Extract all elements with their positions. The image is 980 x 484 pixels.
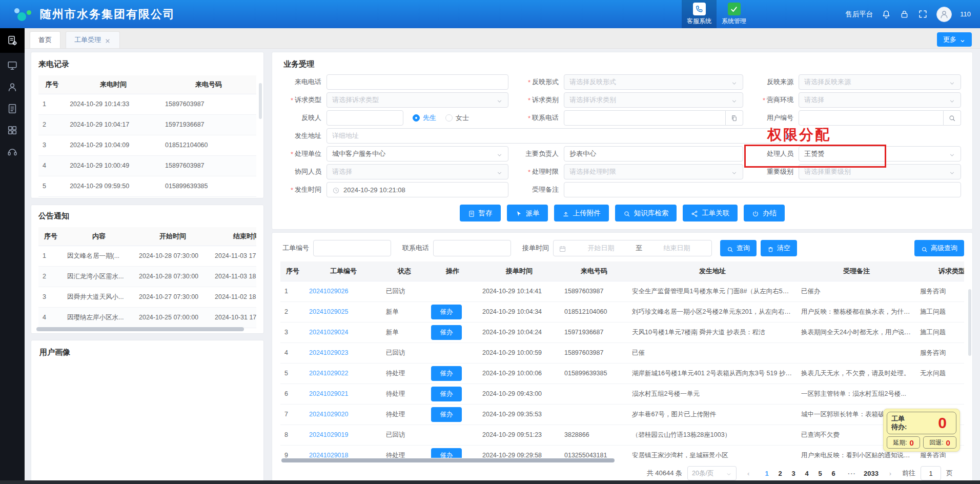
- order-id-link[interactable]: 20241029023: [309, 349, 348, 356]
- contacts-icon[interactable]: [7, 82, 18, 93]
- tab-home[interactable]: 首页: [30, 31, 60, 48]
- gender-male-radio[interactable]: 先生: [413, 113, 436, 123]
- 派单-button[interactable]: 派单: [507, 205, 548, 221]
- order-no-input[interactable]: [313, 240, 391, 256]
- reporter-input[interactable]: [326, 110, 403, 126]
- appeal-category-select[interactable]: 请选择诉求类别: [564, 92, 743, 108]
- per-page-select[interactable]: 20条/页: [687, 466, 737, 480]
- order-id-link[interactable]: 20241029021: [309, 390, 348, 397]
- worklist-icon[interactable]: [7, 103, 18, 114]
- 上传附件-button[interactable]: 上传附件: [554, 205, 609, 221]
- order-id-link[interactable]: 20241029022: [309, 370, 348, 377]
- lock-icon[interactable]: [900, 9, 910, 19]
- urge-button[interactable]: 催办: [431, 407, 462, 422]
- h-scrollbar-thumb[interactable]: [36, 327, 244, 331]
- reflect-form-select[interactable]: 请选择反映形式: [564, 74, 743, 90]
- bell-icon[interactable]: [881, 9, 891, 19]
- co-worker-select[interactable]: 请选择: [326, 164, 508, 179]
- nav-customer-service[interactable]: 客服系统: [682, 0, 717, 28]
- reflect-source-select[interactable]: 请选择反映来源: [799, 74, 961, 90]
- menu-collapse-button[interactable]: [0, 28, 25, 53]
- urge-button[interactable]: 催办: [431, 387, 462, 401]
- gender-female-radio[interactable]: 女士: [445, 113, 469, 123]
- column-header: 操作: [427, 261, 478, 281]
- order-status: 待处理: [382, 445, 427, 458]
- announcement-row[interactable]: 2因汇龙湾小区需水...2024-10-28 07:30:002024-11-0…: [38, 266, 256, 287]
- call-number: 015899639385: [161, 176, 256, 196]
- urge-button[interactable]: 催办: [431, 448, 462, 458]
- clear-button[interactable]: 清空: [761, 240, 797, 256]
- 知识库检索-button[interactable]: 知识库检索: [615, 205, 677, 221]
- order-id-link[interactable]: 20241029018: [309, 452, 348, 458]
- occur-time-picker[interactable]: 2024-10-29 10:21:08: [326, 182, 508, 197]
- apps-icon[interactable]: [7, 125, 18, 136]
- copy-icon[interactable]: [726, 110, 743, 126]
- user-no-input[interactable]: [799, 110, 944, 126]
- aftersale-platform-link[interactable]: 售后平台: [845, 10, 873, 19]
- call-record-row[interactable]: 42024-10-29 10:00:4915897603987: [38, 155, 256, 176]
- scrollbar-thumb[interactable]: [259, 83, 262, 119]
- headset-icon[interactable]: [7, 146, 18, 157]
- h-scrollbar-thumb[interactable]: [281, 458, 615, 462]
- order-id-link[interactable]: 20241029026: [309, 288, 348, 295]
- goto-page-input[interactable]: 1: [921, 466, 941, 480]
- scrollbar-thumb[interactable]: [968, 289, 971, 356]
- page-button-5[interactable]: 5: [813, 466, 827, 480]
- fullscreen-icon[interactable]: [918, 9, 928, 19]
- advanced-query-button[interactable]: 高级查询: [914, 240, 964, 256]
- prev-page-button[interactable]: ‹: [742, 466, 755, 480]
- tab-work-order[interactable]: 工单受理: [66, 31, 120, 48]
- avatar[interactable]: [936, 7, 952, 22]
- page-button-3[interactable]: 3: [787, 466, 800, 480]
- business-env-select[interactable]: 请选择: [799, 92, 961, 108]
- page-button-1[interactable]: 1: [760, 466, 773, 480]
- 工单关联-button[interactable]: 工单关联: [683, 205, 738, 221]
- order-id-link[interactable]: 20241029025: [309, 308, 348, 315]
- row-index: 5: [280, 363, 305, 384]
- call-record-row[interactable]: 52024-10-29 09:59:50015899639385: [38, 176, 256, 196]
- close-icon[interactable]: [105, 37, 111, 44]
- announcement-row[interactable]: 3因舜井大道天风小...2024-10-27 07:30:002024-11-0…: [38, 287, 256, 307]
- main-principal-input[interactable]: 抄表中心: [564, 146, 743, 162]
- appeal-type-select[interactable]: 请选择诉求类型: [326, 92, 508, 108]
- order-id-link[interactable]: 20241029020: [309, 411, 348, 418]
- 暂存-button[interactable]: 暂存: [460, 205, 501, 221]
- remark-input[interactable]: [564, 182, 961, 197]
- call-record-row[interactable]: 12024-10-29 10:14:3315897603987: [38, 94, 256, 114]
- order-id-link[interactable]: 20241029019: [309, 431, 348, 438]
- handle-limit-select[interactable]: 请选择处理时限: [564, 164, 743, 179]
- call-phone-input[interactable]: [326, 74, 508, 90]
- date-range-picker[interactable]: 开始日期 至 结束日期: [553, 240, 712, 256]
- urge-button[interactable]: 催办: [431, 325, 462, 340]
- call-record-row[interactable]: 32024-10-29 10:04:09018512104060: [38, 135, 256, 155]
- occur-address: 天风10号楼1单元7楼南 舜井大道 抄表员：程洁: [628, 322, 797, 342]
- handle-unit-select[interactable]: 城中客户服务中心: [326, 146, 508, 162]
- page-button-2[interactable]: 2: [773, 466, 787, 480]
- search-icon[interactable]: [944, 110, 961, 126]
- orders-card: 工单编号 联系电话 接单时间 开始日期 至 结束日期 查询 清空 高级查询 序号…: [272, 232, 973, 484]
- search-phone-input[interactable]: [433, 240, 511, 256]
- nav-system-admin[interactable]: 系统管理: [717, 0, 751, 28]
- urge-button[interactable]: 催办: [431, 366, 462, 381]
- urge-button[interactable]: 催办: [431, 305, 462, 319]
- call-record-row[interactable]: 22024-10-29 10:04:1715971936687: [38, 114, 256, 135]
- order-status: 待处理: [382, 363, 427, 384]
- order-id-link[interactable]: 20241029024: [309, 329, 348, 336]
- workbench-icon[interactable]: [7, 60, 18, 71]
- more-button[interactable]: 更多: [937, 32, 972, 47]
- page-button-6[interactable]: 6: [827, 466, 840, 480]
- announcement-row[interactable]: 1因文峰名居一期(...2024-10-28 07:30:002024-11-0…: [38, 246, 256, 266]
- handler-select[interactable]: 王赟赟: [799, 146, 961, 162]
- page-button-4[interactable]: 4: [800, 466, 813, 480]
- address-input[interactable]: 详细地址: [326, 128, 780, 144]
- call-number: 15897603987: [161, 155, 256, 176]
- next-page-button[interactable]: ›: [884, 466, 897, 480]
- user-no-label: 用户编号: [748, 110, 793, 126]
- announcement-row[interactable]: 4因璎纳左岸小区水...2024-10-25 07:00:002024-10-3…: [38, 307, 256, 328]
- contact-phone-input[interactable]: [564, 110, 726, 126]
- 办结-button[interactable]: 办结: [744, 205, 785, 221]
- todo-widget[interactable]: 工单待办: 0 延期:0 回退:0: [883, 409, 960, 452]
- query-button[interactable]: 查询: [720, 240, 757, 256]
- importance-select[interactable]: 请选择重要级别: [799, 164, 961, 179]
- last-page-button[interactable]: 2033: [864, 466, 879, 480]
